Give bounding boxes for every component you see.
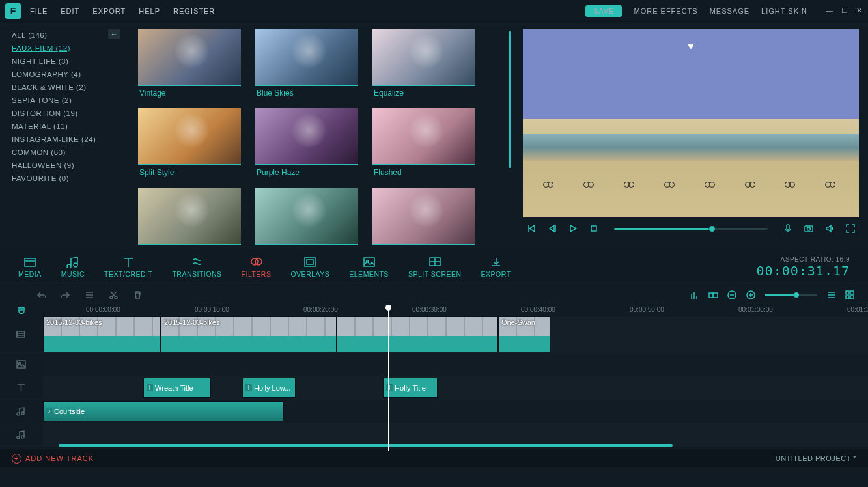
playhead[interactable] — [388, 305, 389, 451]
video-track-icon — [16, 329, 27, 340]
play-icon[interactable] — [568, 224, 578, 233]
window-minimize-icon[interactable]: — — [826, 7, 833, 15]
redo-icon[interactable] — [61, 290, 70, 300]
mode-tab-transitions[interactable]: TRANSITIONS — [172, 256, 221, 278]
svg-rect-1 — [787, 225, 789, 230]
add-track-button[interactable]: + ADD NEW TRACK — [12, 454, 94, 464]
ruler-tick: 00:00:50:00 — [630, 306, 664, 313]
mode-tabs: MEDIAMUSICTEXT/CREDITTRANSITIONSFILTERSO… — [0, 249, 868, 285]
category-item[interactable]: HALLOWEEN (9) — [12, 159, 128, 172]
preview-progress[interactable] — [614, 228, 768, 230]
filter-thumbnail[interactable]: Vintage — [138, 29, 241, 104]
category-item[interactable]: BLACK & WHITE (2) — [12, 81, 128, 94]
thumbnail-label — [372, 245, 475, 249]
toggle-a-icon[interactable] — [708, 290, 718, 300]
mode-tab-music[interactable]: MUSIC — [61, 256, 85, 278]
track-audio-1: ♪Courtside — [0, 400, 868, 423]
mode-tab-overlays[interactable]: OVERLAYS — [290, 256, 329, 278]
video-clip[interactable]: 2015-12-03-bikes — [161, 316, 337, 352]
list-view-icon[interactable] — [826, 290, 836, 300]
ruler-tick: 00:01:00:00 — [738, 306, 773, 313]
mic-icon[interactable] — [783, 224, 792, 233]
thumbnail-label: Vintage — [138, 86, 241, 104]
filter-thumbnail[interactable]: Equalize — [372, 29, 475, 104]
menu-light-skin[interactable]: LIGHT SKIN — [761, 7, 807, 15]
category-item[interactable]: FAUX FILM (12) — [12, 42, 128, 55]
text-clip[interactable]: THolly Low... — [242, 378, 296, 398]
zoom-slider[interactable] — [765, 294, 817, 296]
filter-thumbnail[interactable] — [138, 188, 241, 249]
svg-rect-19 — [850, 291, 854, 294]
svg-rect-22 — [17, 331, 25, 337]
grid-view-icon[interactable] — [845, 290, 855, 300]
prev-frame-icon[interactable] — [548, 224, 557, 233]
timeline-ruler[interactable]: 00:00:00:0000:00:10:0000:00:20:0000:00:3… — [86, 305, 868, 316]
filter-thumbnail[interactable] — [372, 188, 475, 249]
category-item[interactable]: NIGHT LIFE (3) — [12, 55, 128, 68]
mode-tab-media[interactable]: MEDIA — [18, 256, 42, 278]
undo-icon[interactable] — [36, 290, 46, 300]
category-item[interactable]: SEPIA TONE (2) — [12, 94, 128, 107]
preview-controls — [523, 217, 859, 233]
audio-settings-icon[interactable] — [690, 290, 699, 300]
video-clip[interactable] — [337, 316, 498, 352]
category-item[interactable]: INSTAGRAM-LIKE (24) — [12, 133, 128, 146]
menu-more-effects[interactable]: MORE EFFECTS — [634, 7, 697, 15]
filter-thumbnail[interactable]: Flushed — [372, 108, 475, 184]
stop-icon[interactable] — [589, 224, 598, 233]
track-text: TWreath TitleTHolly Low...THolly Title — [0, 376, 868, 400]
mode-tab-elements[interactable]: ELEMENTS — [349, 256, 389, 278]
text-clip[interactable]: TWreath Title — [143, 378, 211, 398]
ruler-tick: 00:00:00:00 — [86, 306, 120, 313]
category-item[interactable]: DISTORTION (19) — [12, 107, 128, 120]
video-clip[interactable]: One-Swan — [498, 316, 550, 352]
magnet-icon[interactable] — [17, 306, 26, 315]
plus-icon: + — [12, 454, 21, 464]
window-maximize-icon[interactable]: ☐ — [841, 7, 848, 15]
menu-register[interactable]: REGISTER — [173, 7, 215, 15]
svg-rect-8 — [307, 260, 313, 264]
thumbnail-grid: VintageBlue SkiesEqualizeSplit StylePurp… — [128, 22, 523, 249]
fullscreen-icon[interactable] — [846, 224, 855, 233]
audio-clip[interactable]: ♪Courtside — [43, 401, 284, 421]
filter-thumbnail[interactable]: Split Style — [138, 108, 241, 184]
category-item[interactable]: MATERIAL (11) — [12, 120, 128, 133]
category-item[interactable]: COMMON (60) — [12, 146, 128, 159]
mode-tab-textcredit[interactable]: TEXT/CREDIT — [104, 256, 152, 278]
delete-icon[interactable] — [133, 290, 143, 300]
mode-tab-export[interactable]: EXPORT — [481, 256, 511, 278]
text-track-icon — [16, 383, 27, 393]
menu-help[interactable]: HELP — [139, 7, 160, 15]
goto-start-icon[interactable] — [527, 224, 536, 233]
text-clip[interactable]: THolly Title — [383, 378, 438, 398]
timeline-scrollbar[interactable] — [59, 444, 673, 447]
zoom-in-icon[interactable] — [746, 290, 756, 300]
volume-icon[interactable] — [825, 224, 834, 233]
cut-icon[interactable] — [109, 290, 119, 300]
zoom-out-icon[interactable] — [727, 290, 737, 300]
filter-thumbnail[interactable]: Purple Haze — [255, 108, 358, 184]
menu-file[interactable]: FILE — [30, 7, 48, 15]
menu-export[interactable]: EXPORT — [92, 7, 126, 15]
save-button[interactable]: SAVE — [585, 5, 623, 17]
timeline-toolbar — [0, 285, 868, 305]
heart-icon: ♥ — [688, 40, 694, 52]
menu-edit[interactable]: EDIT — [61, 7, 79, 15]
category-item[interactable]: LOMOGRAPHY (4) — [12, 68, 128, 81]
window-close-icon[interactable]: ✕ — [856, 7, 863, 15]
svg-point-6 — [255, 258, 262, 265]
back-arrow-icon[interactable]: ← — [108, 29, 120, 39]
menu-left: FILE EDIT EXPORT HELP REGISTER — [30, 7, 215, 15]
svg-rect-9 — [364, 258, 374, 266]
mode-tab-filters[interactable]: FILTERS — [242, 256, 272, 278]
mode-tab-splitscreen[interactable]: SPLIT SCREEN — [408, 256, 462, 278]
video-clip[interactable]: 2015-12-03-bikes — [43, 316, 161, 352]
filter-thumbnail[interactable]: Blue Skies — [255, 29, 358, 104]
category-item[interactable]: FAVOURITE (0) — [12, 172, 128, 185]
snapshot-icon[interactable] — [804, 224, 813, 233]
menu-message[interactable]: MESSAGE — [710, 7, 749, 15]
thumbnail-label: Blue Skies — [255, 86, 358, 104]
properties-icon[interactable] — [85, 290, 94, 300]
thumbnail-scrollbar[interactable] — [509, 31, 511, 168]
filter-thumbnail[interactable] — [255, 188, 358, 249]
